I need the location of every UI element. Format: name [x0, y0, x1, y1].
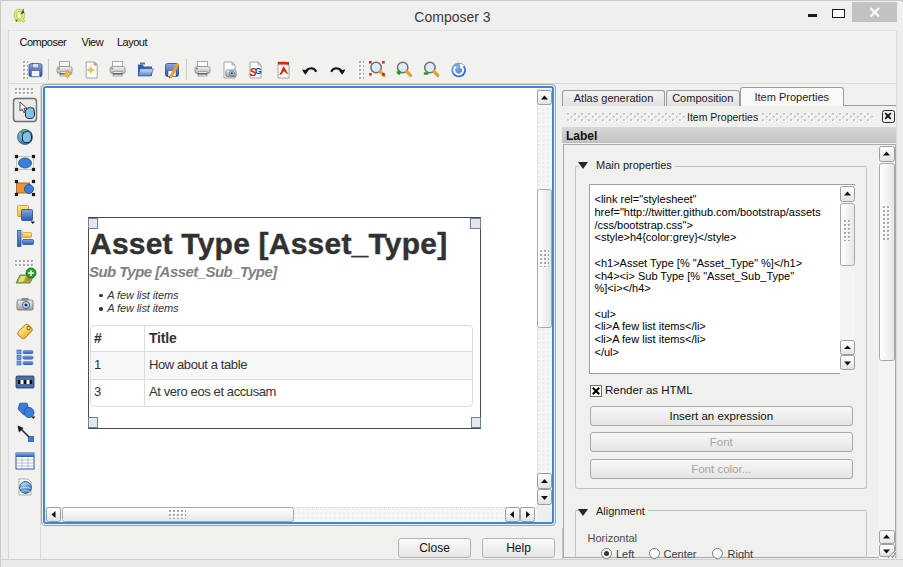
- svg-text:G: G: [255, 66, 262, 76]
